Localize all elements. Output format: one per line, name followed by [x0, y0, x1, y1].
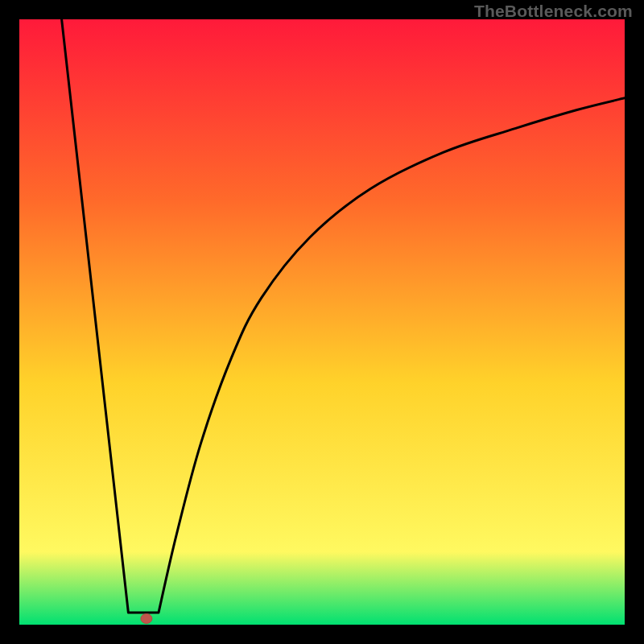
gradient-background — [19, 19, 625, 625]
chart-container: TheBottleneck.com — [0, 0, 644, 644]
plot-area — [19, 19, 625, 625]
plot-svg — [19, 19, 625, 625]
watermark-text: TheBottleneck.com — [474, 2, 633, 21]
curve-minimum-marker — [141, 614, 152, 624]
